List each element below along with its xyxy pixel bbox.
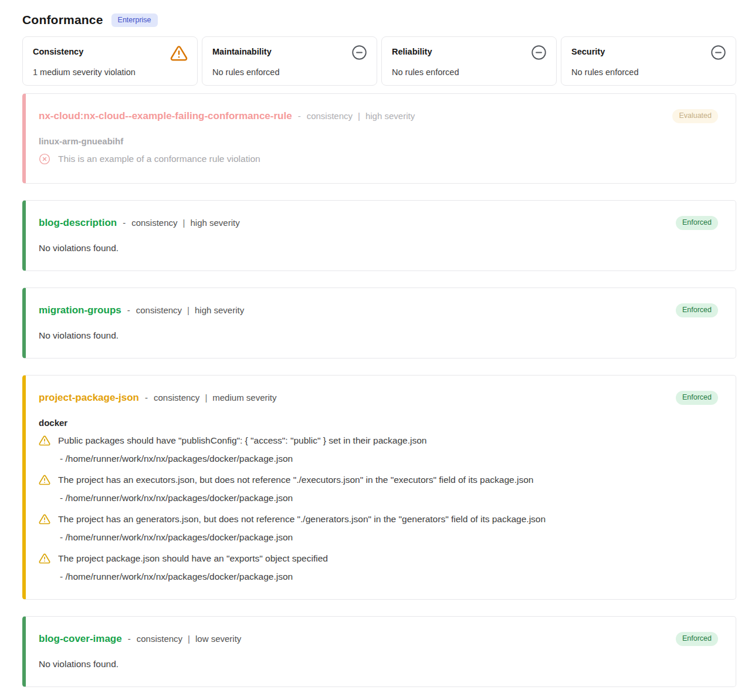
rule-meta-separator: | bbox=[188, 634, 190, 644]
violation-item: Public packages should have "publishConf… bbox=[39, 434, 718, 465]
violation-message: Public packages should have "publishConf… bbox=[58, 434, 426, 447]
warning-triangle-icon bbox=[39, 474, 50, 488]
violation-path: - /home/runner/work/nx/nx/packages/docke… bbox=[60, 531, 718, 544]
violation-item: The project has an executors.json, but d… bbox=[39, 474, 718, 505]
rule-severity: medium severity bbox=[212, 393, 276, 403]
enforced-status-badge: Enforced bbox=[676, 391, 718, 405]
summary-card-status: 1 medium severity violation bbox=[33, 67, 188, 77]
rule-category: consistency bbox=[154, 393, 199, 403]
summary-card-security: Security No rules enforced bbox=[561, 36, 736, 86]
violation-path: - /home/runner/work/nx/nx/packages/docke… bbox=[60, 452, 718, 465]
warning-triangle-icon bbox=[39, 552, 50, 567]
summary-card-consistency: Consistency 1 medium severity violation bbox=[22, 36, 198, 86]
violation-item: The project has an generators.json, but … bbox=[39, 513, 718, 544]
rule-name-link[interactable]: project-package-json bbox=[39, 391, 139, 405]
summary-card-maintainability: Maintainability No rules enforced bbox=[202, 36, 377, 86]
rule-name-link[interactable]: migration-groups bbox=[39, 303, 121, 317]
minus-circle-icon bbox=[710, 45, 726, 63]
rule-card-project-package-json: project-package-json - consistency | med… bbox=[22, 375, 736, 600]
rule-category: consistency bbox=[137, 634, 182, 644]
enforced-status-badge: Enforced bbox=[676, 303, 718, 317]
summary-card-status: No rules enforced bbox=[571, 67, 726, 77]
rule-severity: low severity bbox=[195, 634, 241, 644]
evaluated-status-badge: Evaluated bbox=[672, 109, 718, 123]
rule-card-blog-description: blog-description - consistency | high se… bbox=[22, 200, 736, 271]
summary-card-status: No rules enforced bbox=[392, 67, 547, 77]
rule-meta-separator: | bbox=[358, 111, 360, 121]
rule-card-migration-groups: migration-groups - consistency | high se… bbox=[22, 288, 736, 359]
summary-card-title: Security bbox=[571, 45, 605, 56]
violation-message: The project has an generators.json, but … bbox=[58, 513, 546, 526]
rule-name-link[interactable]: nx-cloud:nx-cloud--example-failing-confo… bbox=[39, 109, 292, 123]
summary-card-reliability: Reliability No rules enforced bbox=[381, 36, 557, 86]
minus-circle-icon bbox=[351, 45, 367, 63]
violation-path: - /home/runner/work/nx/nx/packages/docke… bbox=[60, 570, 718, 583]
enterprise-badge: Enterprise bbox=[111, 13, 158, 27]
violation-item: The project package.json should have an … bbox=[39, 552, 718, 583]
violation-item: This is an example of a conformance rule… bbox=[39, 153, 718, 167]
summary-card-title: Reliability bbox=[392, 45, 432, 56]
minus-circle-icon bbox=[531, 45, 547, 63]
error-circle-icon bbox=[39, 153, 50, 167]
project-name: docker bbox=[39, 417, 718, 430]
summary-card-title: Consistency bbox=[33, 45, 83, 56]
no-violations-message: No violations found. bbox=[39, 242, 718, 255]
rule-card-example-failing-conformance-rule: nx-cloud:nx-cloud--example-failing-confo… bbox=[22, 93, 736, 184]
project-name: linux-arm-gnueabihf bbox=[39, 135, 718, 148]
rule-name-link[interactable]: blog-cover-image bbox=[39, 632, 122, 646]
no-violations-message: No violations found. bbox=[39, 329, 718, 342]
page-header: Conformance Enterprise bbox=[22, 13, 736, 27]
rule-meta-dash: - bbox=[127, 305, 130, 315]
rule-meta-dash: - bbox=[145, 393, 148, 403]
rule-meta-dash: - bbox=[128, 634, 131, 644]
rule-meta-dash: - bbox=[298, 111, 301, 121]
rule-category: consistency bbox=[307, 111, 353, 121]
rule-severity: high severity bbox=[190, 218, 239, 228]
warning-triangle-icon bbox=[170, 45, 188, 65]
rule-category: consistency bbox=[136, 305, 182, 315]
warning-triangle-icon bbox=[39, 434, 50, 449]
warning-triangle-icon bbox=[39, 513, 50, 527]
page-title: Conformance bbox=[22, 13, 103, 27]
summary-card-title: Maintainability bbox=[212, 45, 272, 56]
rule-meta-separator: | bbox=[205, 393, 207, 403]
summary-card-status: No rules enforced bbox=[212, 67, 367, 77]
enforced-status-badge: Enforced bbox=[676, 632, 718, 646]
summary-card-row: Consistency 1 medium severity violation … bbox=[22, 36, 736, 86]
rule-meta-separator: | bbox=[187, 305, 189, 315]
violation-message: The project has an executors.json, but d… bbox=[58, 474, 533, 486]
rule-name-link[interactable]: blog-description bbox=[39, 216, 117, 230]
violation-message: This is an example of a conformance rule… bbox=[58, 153, 260, 165]
enforced-status-badge: Enforced bbox=[676, 216, 718, 230]
violation-message: The project package.json should have an … bbox=[58, 552, 328, 565]
rule-meta-dash: - bbox=[123, 218, 126, 228]
rule-card-blog-cover-image: blog-cover-image - consistency | low sev… bbox=[22, 616, 736, 687]
no-violations-message: No violations found. bbox=[39, 658, 718, 671]
violation-path: - /home/runner/work/nx/nx/packages/docke… bbox=[60, 492, 718, 505]
rule-category: consistency bbox=[131, 218, 177, 228]
rule-meta-separator: | bbox=[183, 218, 185, 228]
rule-severity: high severity bbox=[365, 111, 415, 121]
rule-severity: high severity bbox=[195, 305, 244, 315]
